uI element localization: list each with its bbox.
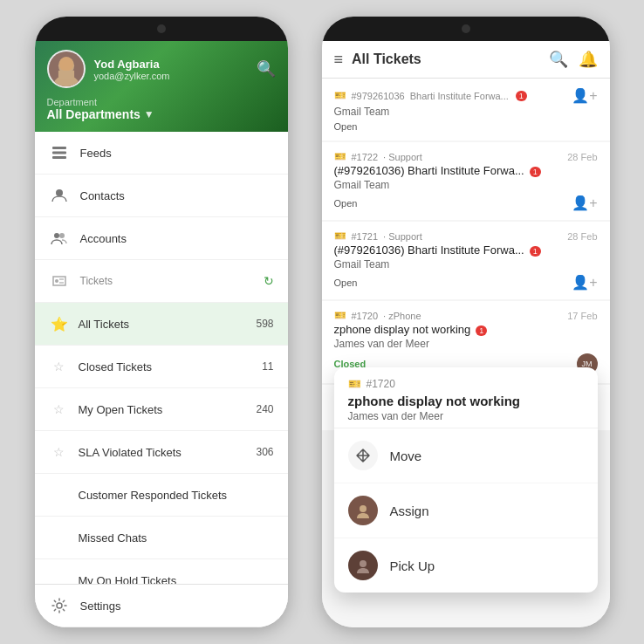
closed-tickets-label: Closed Tickets: [79, 360, 263, 373]
assign-icon[interactable]: 👤+: [572, 195, 597, 211]
table-row[interactable]: 🎫 #979261036 Bharti Institute Forwa... 1…: [322, 79, 610, 140]
notif-badge: 1: [530, 167, 541, 177]
svg-point-16: [360, 560, 367, 567]
left-notch: [35, 17, 288, 41]
ticket-tag: · zPhone: [383, 311, 421, 321]
svg-point-9: [54, 233, 59, 238]
ticket-status: Open: [334, 277, 358, 288]
sidebar-item-feeds[interactable]: Feeds: [35, 132, 288, 175]
ticket-tag: · Support: [383, 231, 422, 242]
ticket-date: 17 Feb: [567, 311, 597, 321]
dept-section: Department All Departments ▼: [47, 97, 276, 121]
context-header: 🎫 #1720 zphone display not working James…: [334, 367, 598, 428]
ticket-from: James van der Meer: [334, 338, 598, 350]
svg-rect-4: [58, 71, 73, 80]
customer-responded-label: Customer Responded Tickets: [79, 489, 274, 502]
ticket-from: Gmail Team: [334, 106, 598, 118]
notification-icon[interactable]: 🔔: [579, 50, 598, 69]
ticket-title: (#979261036) Bharti Institute Forwa...: [334, 243, 524, 257]
ticket-meta: 🎫 #1722 · Support: [334, 151, 422, 162]
ticket-meta: 🎫 #1721 · Support: [334, 230, 422, 242]
accounts-label: Accounts: [80, 232, 274, 245]
context-from: James van der Meer: [348, 410, 584, 422]
context-ticket-icon: 🎫: [348, 378, 361, 390]
move-icon: [348, 441, 378, 470]
ticket-id: #979261036: [352, 91, 405, 101]
customer-responded-icon: [49, 484, 70, 505]
assign-label: Assign: [390, 504, 429, 518]
context-title: zphone display not working: [348, 394, 584, 408]
tickets-section-header: Tickets ↻: [35, 260, 288, 303]
sidebar-item-settings[interactable]: Settings: [35, 584, 288, 627]
tickets-label: Tickets: [80, 275, 264, 287]
svg-rect-7: [52, 156, 66, 159]
ticket-tag: Bharti Institute Forwa...: [410, 91, 509, 101]
context-ticket-id: 🎫 #1720: [348, 378, 584, 390]
ticket-id: #1721: [352, 231, 379, 242]
sidebar-item-missed-chats[interactable]: Missed Chats: [35, 517, 288, 559]
assign-icon[interactable]: 👤+: [572, 274, 597, 291]
assign-avatar-icon: [348, 496, 378, 525]
search-icon[interactable]: 🔍: [257, 59, 276, 79]
sidebar-item-closed-tickets[interactable]: ☆ Closed Tickets 11: [35, 346, 288, 388]
hash-icon: 🎫: [334, 230, 346, 242]
sla-star-icon: ☆: [49, 442, 70, 462]
feeds-label: Feeds: [80, 147, 274, 160]
notif-badge: 1: [530, 246, 541, 257]
ticket-meta: 🎫 #1720 · zPhone: [334, 310, 421, 321]
sidebar-item-accounts[interactable]: Accounts: [35, 217, 288, 260]
my-open-tickets-badge: 240: [256, 403, 273, 415]
ticket-title: zphone display not working: [334, 323, 471, 336]
sidebar-item-all-tickets[interactable]: ⭐ All Tickets 598: [35, 303, 288, 346]
right-camera-dot: [462, 24, 470, 33]
all-tickets-star-icon: ⭐: [49, 313, 70, 334]
sidebar-item-contacts[interactable]: Contacts: [35, 175, 288, 217]
notif-badge: 1: [476, 325, 487, 336]
ticket-title: (#979261036) Bharti Institute Forwa...: [334, 164, 524, 177]
avatar: [47, 50, 86, 88]
dept-value[interactable]: All Departments ▼: [47, 107, 276, 121]
svg-point-10: [59, 233, 65, 238]
user-info: Yod Agbaria yoda@zylker.com: [47, 50, 170, 88]
top-bar-icons: 🔍 🔔: [549, 50, 598, 69]
closed-tickets-badge: 11: [262, 360, 273, 373]
ticket-status: Open: [334, 198, 358, 209]
table-row[interactable]: 🎫 #1722 · Support 28 Feb (#979261036) Bh…: [322, 142, 610, 220]
menu-icon[interactable]: ≡: [334, 51, 344, 69]
feeds-icon: [49, 142, 70, 163]
camera-dot: [157, 24, 166, 33]
search-icon[interactable]: 🔍: [549, 50, 568, 69]
ticket-tag: · Support: [383, 152, 422, 162]
right-notch: [322, 17, 610, 41]
context-menu: 🎫 #1720 zphone display not working James…: [334, 367, 598, 593]
ticket-date: 28 Feb: [567, 152, 597, 162]
sidebar-item-sla-violated[interactable]: ☆ SLA Violated Tickets 306: [35, 431, 288, 474]
ticket-id: #1720: [352, 311, 379, 321]
refresh-icon[interactable]: ↻: [264, 274, 274, 288]
assign-icon[interactable]: 👤+: [572, 87, 597, 104]
svg-point-14: [57, 603, 62, 608]
accounts-icon: [49, 228, 70, 249]
all-tickets-badge: 598: [256, 318, 273, 330]
my-open-star-icon: ☆: [49, 399, 70, 420]
svg-point-3: [58, 57, 72, 71]
context-action-assign[interactable]: Assign: [334, 483, 598, 538]
ticket-from: Gmail Team: [334, 179, 598, 191]
sidebar-item-my-open-tickets[interactable]: ☆ My Open Tickets 240: [35, 388, 288, 431]
context-action-pickup[interactable]: Pick Up: [334, 538, 598, 593]
user-text: Yod Agbaria yoda@zylker.com: [94, 58, 170, 81]
table-row[interactable]: 🎫 #1721 · Support 28 Feb (#979261036) Bh…: [322, 222, 610, 299]
sla-violated-badge: 306: [256, 446, 273, 458]
contacts-icon: [49, 185, 70, 206]
tickets-icon: [49, 271, 70, 291]
svg-point-11: [55, 279, 58, 283]
page-title: All Tickets: [352, 51, 539, 67]
pickup-label: Pick Up: [390, 558, 435, 573]
context-action-move[interactable]: Move: [334, 428, 598, 483]
closed-tickets-star-icon: ☆: [49, 356, 70, 377]
ticket-meta: 🎫 #979261036 Bharti Institute Forwa... 1: [334, 90, 527, 101]
pickup-avatar-icon: [348, 551, 378, 580]
nav-scroll-area[interactable]: Feeds Contacts: [35, 132, 288, 627]
sidebar-item-customer-responded[interactable]: Customer Responded Tickets: [35, 474, 288, 517]
ticket-from: Gmail Team: [334, 258, 598, 271]
